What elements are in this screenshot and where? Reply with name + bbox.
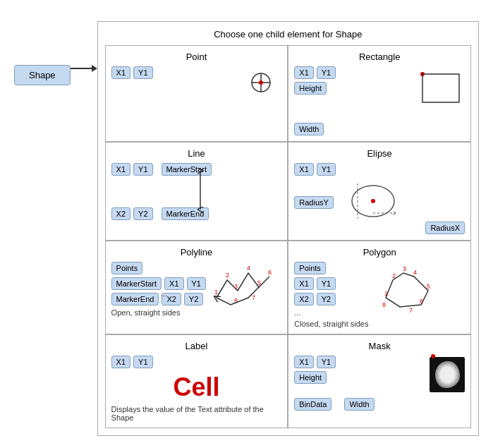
grid: Point X1 Y1 Rectangle	[105, 45, 471, 428]
tag-x1-line: X1	[111, 163, 130, 176]
svg-text:3: 3	[234, 283, 238, 290]
tag-x1-polyline: X1	[164, 277, 183, 290]
tag-markerstart-polyline: MarkerStart	[111, 277, 162, 290]
svg-text:7: 7	[409, 307, 413, 314]
tag-y1-polygon: Y1	[317, 277, 336, 290]
svg-text:4: 4	[247, 265, 250, 272]
tag-y2-polygon: Y2	[317, 293, 336, 305]
tag-markerend-polyline: MarkerEnd	[111, 293, 159, 305]
tag-x1-label: X1	[111, 356, 130, 368]
tag-x1-rect: X1	[294, 66, 313, 79]
svg-rect-5	[422, 74, 459, 102]
elipse-diagram-icon	[338, 180, 401, 224]
tag-radiusx-elipse: RadiusX	[425, 222, 465, 234]
tag-y1-point: Y1	[133, 66, 152, 79]
svg-text:6: 6	[420, 298, 423, 305]
svg-text:1: 1	[214, 289, 218, 296]
tag-height-mask: Height	[294, 371, 327, 384]
label-cell-desc: Displays the value of the Text attribute…	[111, 405, 282, 422]
cell-rectangle-title: Rectangle	[294, 52, 465, 62]
tag-height-rect: Height	[294, 82, 327, 95]
svg-text:7: 7	[252, 294, 255, 301]
svg-point-9	[371, 199, 375, 203]
tag-y1-polyline: Y1	[187, 277, 206, 290]
tag-y2-polyline: Y2	[184, 293, 203, 305]
tag-y1-rect: Y1	[317, 66, 336, 79]
tag-y1-label: Y1	[133, 356, 152, 368]
label-cell-icon: Cell	[111, 373, 282, 402]
cell-mask-title: Mask	[294, 341, 465, 351]
tag-x2-polygon: X2	[294, 293, 313, 305]
arrow	[71, 65, 97, 72]
cell-line: Line X1 Y1 MarkerStart	[105, 142, 288, 241]
cell-polygon-title: Polygon	[294, 247, 465, 258]
svg-text:5: 5	[427, 283, 430, 290]
svg-point-28	[431, 354, 435, 358]
svg-text:3: 3	[403, 265, 406, 272]
cell-polyline-title: Polyline	[111, 247, 282, 258]
cell-elipse-title: Elipse	[294, 148, 465, 159]
polygon-ellipsis: ...	[294, 308, 368, 317]
polyline-note: Open, straight sides	[111, 308, 206, 317]
point-crosshair-icon	[249, 71, 273, 97]
main-title: Choose one child element for Shape	[105, 29, 471, 40]
cell-polygon: Polygon Points X1 Y1 X2 Y2	[288, 241, 471, 334]
cell-label-title: Label	[111, 341, 282, 351]
tag-x1-mask: X1	[294, 356, 313, 368]
cell-label: Label X1 Y1 Cell Displays the value of t…	[105, 334, 288, 428]
svg-text:1: 1	[384, 290, 388, 297]
main-container: Choose one child element for Shape Point…	[97, 21, 479, 436]
tag-y1-mask: Y1	[317, 356, 336, 368]
tag-radiusy-elipse: RadiusY	[294, 196, 334, 209]
tag-points-polygon: Points	[294, 262, 326, 274]
tag-y2-line: Y2	[133, 207, 152, 220]
tag-points-polyline: Points	[111, 262, 143, 274]
svg-text:2: 2	[392, 272, 396, 279]
svg-point-3	[259, 80, 263, 85]
polygon-note: Closed, straight sides	[294, 320, 368, 328]
tag-x1-point: X1	[111, 66, 130, 79]
tag-width-rect: Width	[294, 123, 324, 135]
tag-x2-line: X2	[111, 207, 130, 220]
mask-image-icon	[430, 357, 465, 392]
tag-x1-polygon: X1	[294, 277, 313, 290]
polygon-diagram-icon: 1 2 3 4 5 6 7 8	[375, 259, 439, 321]
svg-text:4: 4	[413, 269, 417, 276]
cell-line-title: Line	[111, 148, 282, 159]
cell-rectangle: Rectangle X1 Y1 Height Width	[288, 45, 471, 142]
polyline-diagram-icon: 1 2 3 4 5 6 7 8	[213, 259, 276, 317]
svg-text:8: 8	[382, 301, 386, 308]
tag-x1-elipse: X1	[294, 163, 313, 176]
cell-point-title: Point	[111, 52, 282, 62]
cell-elipse: Elipse X1 Y1 RadiusY	[288, 142, 471, 241]
svg-text:6: 6	[268, 269, 272, 276]
shape-box: Shape	[14, 65, 71, 85]
tag-width-mask: Width	[344, 398, 374, 411]
tag-bindata-mask: BinData	[294, 398, 331, 411]
page: Shape Choose one child element for Shape…	[0, 0, 493, 448]
cell-mask: Mask X1 Y1 Height BinData Widt	[288, 334, 471, 428]
svg-text:5: 5	[257, 279, 261, 286]
tag-y1-line: Y1	[133, 163, 152, 176]
svg-text:2: 2	[226, 272, 229, 279]
tag-y1-elipse: Y1	[317, 163, 336, 176]
cell-point: Point X1 Y1	[105, 45, 288, 142]
cell-polyline: Polyline Points MarkerStart X1 Y1 Marker…	[105, 241, 288, 334]
